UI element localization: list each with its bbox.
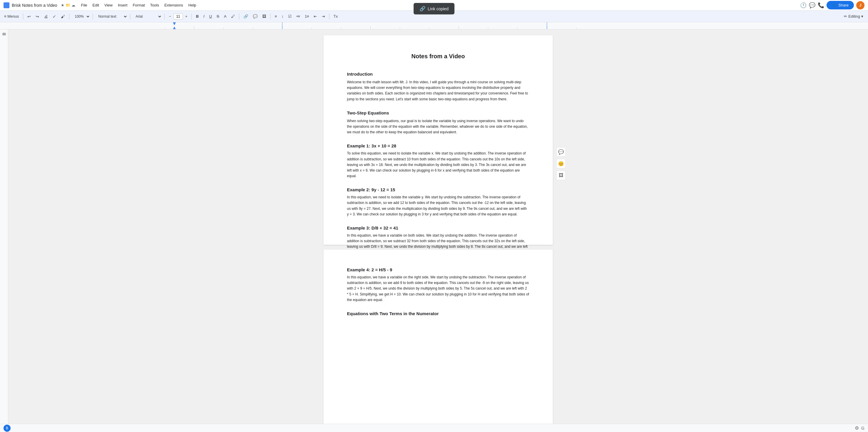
document-page-1: Notes from a Video Introduction Welcome … [323, 35, 553, 245]
two-terms-section: Equations with Two Terms in the Numerato… [347, 311, 529, 316]
intro-heading: Introduction [347, 71, 529, 77]
divider-1 [23, 13, 23, 20]
main-area: Notes from a Video Introduction Welcome … [0, 29, 868, 432]
ex2-body[interactable]: In this equation, we need to isolate the… [347, 195, 529, 217]
ex4-heading: Example 4: 2 = H/5 - 9 [347, 267, 529, 272]
ex2-heading: Example 2: 9y - 12 = 15 [347, 187, 529, 192]
menu-file[interactable]: File [79, 2, 90, 8]
strikethrough-button[interactable]: S [215, 13, 221, 20]
title-icons: ★ 📁 ☁ [61, 3, 75, 7]
sidebar-toggle[interactable] [0, 29, 8, 432]
ex4-body[interactable]: In this equation, we have a variable on … [347, 275, 529, 303]
align-button[interactable]: ≡ [273, 13, 279, 20]
zoom-select[interactable]: 100% 75% 150% [72, 13, 90, 20]
bold-button[interactable]: B [194, 13, 200, 20]
style-select[interactable]: Normal text Heading 1 Heading 2 [95, 13, 128, 20]
pencil-icon: ✏ [844, 14, 847, 19]
font-size-control: − + [167, 13, 189, 20]
increase-font-button[interactable]: + [184, 13, 189, 20]
intro-body[interactable]: Welcome to the math lesson with Mr. J. I… [347, 80, 529, 102]
brisk-icon[interactable]: B [3, 425, 10, 432]
add-emoji-button[interactable]: 😊 [556, 159, 566, 168]
svg-rect-22 [2, 35, 6, 35]
text-color-button[interactable]: A [222, 13, 228, 20]
add-image-button[interactable]: 🖼 [556, 171, 566, 180]
menu-edit[interactable]: Edit [90, 2, 101, 8]
intro-section: Introduction Welcome to the math lesson … [347, 71, 529, 102]
menu-view[interactable]: View [102, 2, 115, 8]
history-icon[interactable]: 🕐 [800, 2, 807, 8]
editing-chevron-icon: ▾ [861, 14, 863, 19]
highlight-button[interactable]: 🖊 [229, 13, 237, 20]
redo-button[interactable]: ↪ [34, 13, 41, 20]
sidebar-toggle-icon [2, 32, 6, 36]
link-icon: 🔗 [420, 6, 426, 11]
ex1-body[interactable]: To solve this equation, we need to isola… [347, 151, 529, 179]
ex3-heading: Example 3: D/8 + 32 = 41 [347, 225, 529, 230]
ruler [0, 22, 868, 29]
call-icon[interactable]: 📞 [818, 2, 824, 8]
svg-rect-0 [0, 22, 868, 29]
indent-increase-button[interactable]: ⇥ [320, 13, 327, 20]
link-copied-toast: 🔗 Link copied [414, 3, 455, 15]
app-icon [3, 2, 9, 8]
add-comment-button[interactable]: 💬 [556, 147, 566, 156]
divider-7 [239, 13, 239, 20]
font-select[interactable]: Arial Times New Roman Georgia [133, 13, 162, 20]
divider-9 [329, 13, 329, 20]
share-label: Share [838, 3, 848, 7]
menus-label: ≡ Menus [4, 14, 19, 19]
divider-2 [69, 13, 69, 20]
svg-rect-20 [2, 33, 6, 33]
checklist-button[interactable]: ☑ [286, 13, 293, 20]
menu-insert[interactable]: Insert [116, 2, 130, 8]
user-avatar[interactable]: J [856, 1, 865, 9]
menus-button[interactable]: ≡ Menus [2, 13, 21, 20]
ruler-svg [0, 22, 868, 29]
menu-extensions[interactable]: Extensions [162, 2, 186, 8]
bullet-list-button[interactable]: •≡ [294, 13, 302, 20]
ex4-section: Example 4: 2 = H/5 - 9 In this equation,… [347, 267, 529, 303]
two-step-body[interactable]: When solving two-step equations, our goa… [347, 118, 529, 135]
menu-items: File Edit View Insert Format Tools Exten… [79, 2, 199, 8]
undo-button[interactable]: ↩ [26, 13, 33, 20]
divider-3 [93, 13, 93, 20]
menu-format[interactable]: Format [130, 2, 147, 8]
ex1-heading: Example 1: 3x + 10 = 28 [347, 143, 529, 148]
editing-button[interactable]: ✏ Editing ▾ [841, 13, 866, 20]
two-step-section: Two-Step Equations When solving two-step… [347, 110, 529, 135]
settings-icon[interactable]: ⚙ [855, 425, 859, 431]
image-button[interactable]: 🖼 [260, 13, 268, 20]
comment-button[interactable]: 💬 [251, 13, 259, 20]
undo-icon: ↩ [27, 14, 31, 19]
line-spacing-button[interactable]: ↕ [280, 13, 285, 20]
ex2-section: Example 2: 9y - 12 = 15 In this equation… [347, 187, 529, 217]
paint-format-icon: 🖌 [61, 14, 65, 19]
menu-tools[interactable]: Tools [148, 2, 161, 8]
decrease-font-button[interactable]: − [167, 13, 173, 20]
google-icon[interactable]: G [861, 426, 865, 431]
bottom-bar: B ⚙ G [0, 424, 868, 432]
ex1-section: Example 1: 3x + 10 = 28 To solve this eq… [347, 143, 529, 179]
folder-icon[interactable]: 📁 [66, 3, 70, 7]
divider-8 [270, 13, 271, 20]
indent-decrease-button[interactable]: ⇤ [312, 13, 319, 20]
doc-main-title: Notes from a Video [347, 53, 529, 60]
link-button[interactable]: 🔗 [242, 13, 250, 20]
share-button[interactable]: 👤 Share [827, 1, 854, 9]
paint-format-button[interactable]: 🖌 [59, 13, 67, 20]
font-size-input[interactable] [174, 13, 183, 20]
menu-help[interactable]: Help [186, 2, 199, 8]
two-step-heading: Two-Step Equations [347, 110, 529, 115]
spellcheck-icon: ✓ [53, 14, 56, 19]
star-icon[interactable]: ★ [61, 3, 64, 7]
spellcheck-button[interactable]: ✓ [51, 13, 58, 20]
two-terms-heading: Equations with Two Terms in the Numerato… [347, 311, 529, 316]
print-button[interactable]: 🖨 [42, 13, 50, 20]
underline-button[interactable]: U [207, 13, 214, 20]
cloud-icon: ☁ [71, 3, 75, 7]
comments-icon[interactable]: 💬 [809, 2, 815, 8]
italic-button[interactable]: I [202, 13, 207, 20]
numbered-list-button[interactable]: 1≡ [303, 13, 311, 20]
clear-format-button[interactable]: Tx [332, 13, 339, 20]
